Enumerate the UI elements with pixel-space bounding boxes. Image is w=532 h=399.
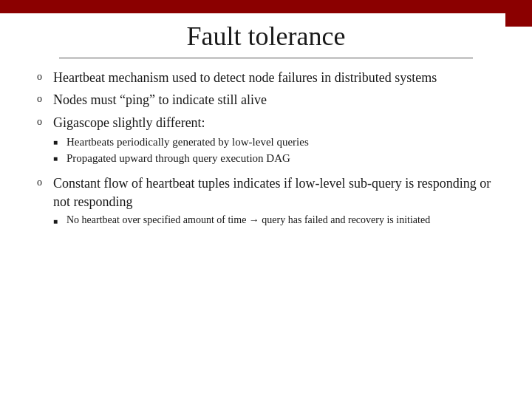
list-item: o Gigascope slightly different: ■ Heartb…: [37, 114, 495, 171]
bullet-text: Heartbeat mechanism used to detect node …: [53, 69, 437, 86]
sub-sub-bullet-list: ■ No heartbeat over specified amount of …: [53, 214, 430, 229]
list-item: ■ No heartbeat over specified amount of …: [53, 214, 430, 228]
bullet-marker: o: [37, 92, 53, 106]
slide-content: Fault tolerance o Heartbeat mechanism us…: [0, 0, 532, 248]
list-item: o Heartbeat mechanism used to detect nod…: [37, 69, 495, 86]
sub-bullet-marker: ■: [53, 154, 66, 164]
sub-bullet-text: Heartbeats periodically generated by low…: [66, 134, 309, 149]
sub-sub-bullet-marker: ■: [53, 216, 66, 227]
bullet-marker: o: [37, 70, 53, 84]
sub-bullet-marker: ■: [53, 137, 66, 148]
list-item: o Nodes must “ping” to indicate still al…: [37, 91, 495, 109]
main-bullet-list: o Heartbeat mechanism used to detect nod…: [37, 69, 495, 229]
list-item: o Constant flow of heartbeat tuples indi…: [37, 174, 495, 228]
bullet-text: Constant flow of heartbeat tuples indica…: [53, 174, 495, 211]
sub-bullet-text: Propagated upward through query executio…: [66, 151, 290, 166]
content-area: o Heartbeat mechanism used to detect nod…: [30, 58, 502, 229]
bullet-marker: o: [37, 176, 53, 190]
sub-bullet-list: ■ Heartbeats periodically generated by l…: [53, 134, 309, 168]
bullet-text: Gigascope slightly different:: [53, 114, 205, 132]
bullet-text: Nodes must “ping” to indicate still aliv…: [53, 91, 267, 109]
sub-sub-bullet-text: No heartbeat over specified amount of ti…: [66, 214, 430, 228]
list-item: ■ Propagated upward through query execut…: [53, 151, 309, 166]
list-item: ■ Heartbeats periodically generated by l…: [53, 134, 309, 149]
bullet-marker: o: [37, 115, 53, 129]
slide-title: Fault tolerance: [30, 13, 502, 52]
